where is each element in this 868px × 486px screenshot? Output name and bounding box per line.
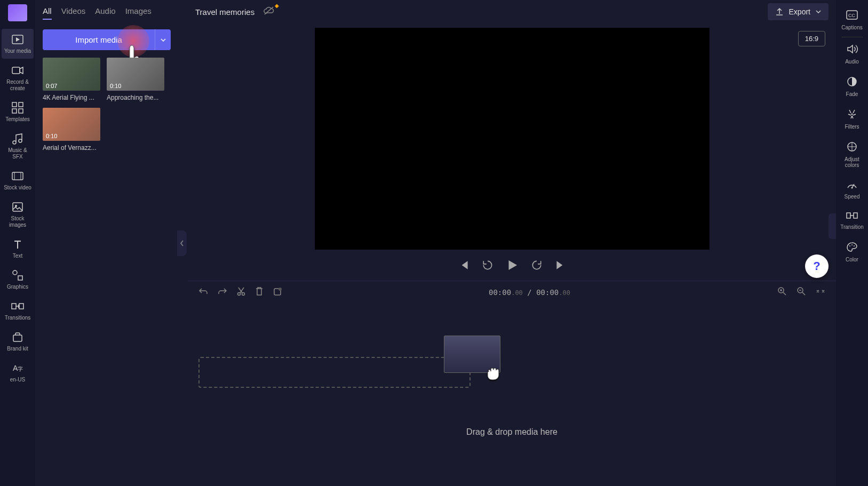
- cut-button[interactable]: [237, 286, 245, 298]
- sidebar-item-label: Graphics: [7, 284, 28, 290]
- sidebar-item-text[interactable]: Text: [2, 234, 34, 264]
- svg-point-38: [854, 245, 855, 246]
- sidebar-item-stock-video[interactable]: Stock video: [2, 165, 34, 195]
- current-time: 00:00: [489, 288, 511, 297]
- music-icon: [11, 132, 24, 145]
- sidebar-item-your-media[interactable]: Your media: [2, 29, 34, 59]
- sidebar-item-label: Record & create: [3, 79, 33, 92]
- right-item-speed[interactable]: Speed: [837, 174, 867, 205]
- redo-button[interactable]: [218, 287, 227, 298]
- captions-icon: CC: [846, 10, 858, 22]
- right-item-label: Audio: [845, 59, 859, 65]
- collapse-panel-handle[interactable]: [177, 230, 187, 256]
- help-button[interactable]: ?: [805, 254, 829, 278]
- project-title[interactable]: Travel memories: [195, 7, 254, 17]
- right-item-fade[interactable]: Fade: [837, 71, 867, 102]
- sidebar-item-record-create[interactable]: Record & create: [2, 60, 34, 96]
- svg-point-33: [851, 187, 853, 189]
- media-item[interactable]: 0:10 Approaching the...: [107, 58, 164, 101]
- right-item-label: Fade: [846, 91, 858, 97]
- import-media-button[interactable]: Import media: [43, 29, 155, 50]
- undo-button[interactable]: [198, 287, 208, 298]
- zoom-in-button[interactable]: [777, 286, 787, 298]
- stock-images-icon: [11, 201, 24, 213]
- right-item-audio[interactable]: Audio: [837, 38, 867, 70]
- svg-line-20: [265, 7, 273, 14]
- svg-text:CC: CC: [848, 13, 855, 18]
- play-button[interactable]: [505, 258, 519, 274]
- svg-rect-6: [12, 109, 17, 113]
- sidebar-item-graphics[interactable]: Graphics: [2, 265, 34, 294]
- color-icon: [846, 242, 858, 254]
- sidebar-item-brand-kit[interactable]: Brand kit: [2, 326, 34, 356]
- media-duration: 0:10: [107, 81, 124, 91]
- right-item-transition[interactable]: Transition: [837, 206, 867, 235]
- timeline-drop-zone[interactable]: [198, 357, 471, 388]
- media-tabs: All Videos Audio Images: [43, 6, 171, 20]
- media-item[interactable]: 0:07 4K Aerial Flying ...: [43, 58, 100, 101]
- right-item-captions[interactable]: CC Captions: [837, 4, 867, 36]
- forward-button[interactable]: [531, 259, 543, 273]
- skip-end-button[interactable]: [554, 259, 566, 273]
- sidebar-item-templates[interactable]: Templates: [2, 97, 34, 127]
- skip-start-button[interactable]: [458, 259, 470, 273]
- media-duration: 0:10: [43, 131, 60, 141]
- tab-images[interactable]: Images: [125, 6, 152, 20]
- main-area: Travel memories ◆ Export 16:9 00:00: [188, 0, 836, 486]
- export-button[interactable]: Export: [768, 3, 829, 20]
- right-toolbar: CC Captions Audio Fade Filters Adjust co…: [836, 0, 868, 486]
- svg-point-22: [238, 293, 241, 296]
- right-item-label: Captions: [841, 25, 862, 30]
- grab-cursor-icon: [484, 365, 502, 385]
- rewind-button[interactable]: [482, 259, 493, 273]
- app-logo[interactable]: [8, 4, 27, 21]
- media-thumbnail: 0:07: [43, 58, 100, 91]
- tab-all[interactable]: All: [43, 6, 52, 20]
- transitions-icon: [11, 300, 24, 313]
- current-time-frac: .00: [511, 289, 523, 297]
- chevron-down-icon: [161, 38, 166, 42]
- right-item-label: Transition: [840, 224, 864, 230]
- svg-point-37: [851, 244, 853, 245]
- text-icon: [11, 238, 24, 251]
- right-item-filters[interactable]: Filters: [837, 103, 867, 135]
- transition-icon: [846, 211, 858, 222]
- filters-icon: [847, 109, 857, 122]
- timeline-body[interactable]: Drag & drop media here: [188, 304, 836, 486]
- right-item-adjust-colors[interactable]: Adjust colors: [837, 136, 867, 173]
- preview-area: 16:9: [188, 23, 836, 254]
- right-item-label: Adjust colors: [838, 156, 866, 168]
- fit-timeline-button[interactable]: [816, 286, 825, 298]
- collapse-right-handle[interactable]: [829, 213, 836, 239]
- tab-videos[interactable]: Videos: [61, 6, 86, 20]
- sidebar-item-label: Music & SFX: [3, 147, 33, 160]
- media-panel: All Videos Audio Images Import media 0:0…: [35, 0, 178, 486]
- aspect-ratio-button[interactable]: 16:9: [798, 31, 825, 46]
- preview-canvas[interactable]: [315, 28, 710, 250]
- sidebar-item-language[interactable]: A字 en-US: [2, 357, 34, 387]
- tab-audio[interactable]: Audio: [95, 6, 115, 20]
- svg-rect-11: [13, 203, 22, 211]
- export-label: Export: [789, 7, 810, 16]
- media-icon: [11, 33, 24, 46]
- media-duration: 0:07: [43, 81, 60, 91]
- import-media-dropdown[interactable]: [155, 29, 171, 50]
- svg-rect-16: [19, 304, 23, 309]
- premium-badge-icon: ◆: [275, 3, 279, 9]
- speed-icon: [846, 180, 858, 192]
- right-item-color[interactable]: Color: [837, 236, 867, 268]
- timecode-display: 00:00.00 / 00:00.00: [489, 288, 570, 297]
- sidebar-item-transitions[interactable]: Transitions: [2, 296, 34, 325]
- delete-button[interactable]: [255, 286, 264, 298]
- cloud-sync-icon[interactable]: ◆: [263, 6, 275, 18]
- divider: [841, 37, 863, 37]
- split-button[interactable]: [273, 286, 282, 298]
- media-item[interactable]: 0:10 Aerial of Vernazz...: [43, 108, 100, 152]
- sidebar-item-stock-images[interactable]: Stock images: [2, 196, 34, 233]
- svg-point-13: [13, 270, 17, 275]
- zoom-out-button[interactable]: [797, 286, 806, 298]
- svg-point-36: [849, 245, 850, 246]
- media-name: Approaching the...: [107, 94, 164, 101]
- sidebar-item-music-sfx[interactable]: Music & SFX: [2, 128, 34, 164]
- sidebar-item-label: Brand kit: [7, 346, 28, 352]
